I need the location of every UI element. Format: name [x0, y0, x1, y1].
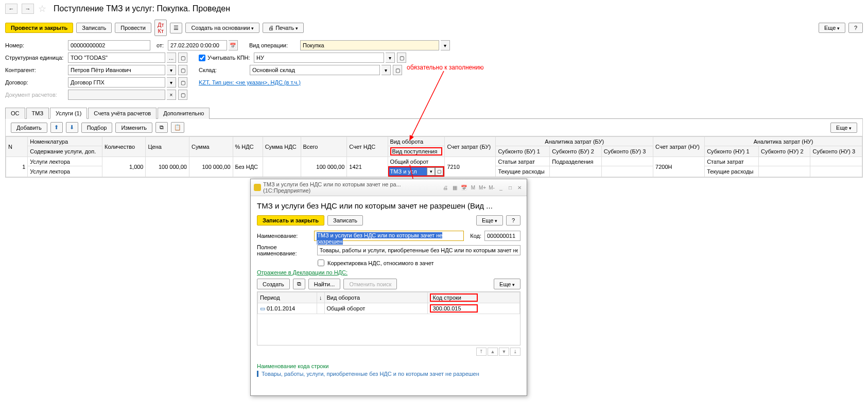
copy-button[interactable]: ⧉	[155, 122, 168, 133]
print-button[interactable]: 🖨 Печать	[263, 23, 304, 33]
date-input[interactable]	[168, 40, 227, 50]
col-cost-nu[interactable]: Счет затрат (НУ)	[653, 137, 705, 157]
popup-copy-button[interactable]: ⧉	[293, 279, 305, 289]
col-sum[interactable]: Сумма	[189, 137, 233, 157]
tab-more-button[interactable]: Еще	[830, 123, 857, 133]
cell-incoming-type[interactable]: ТМЗ и усл ▾ ▢	[388, 166, 445, 177]
maximize-icon[interactable]: □	[506, 184, 514, 191]
back-button[interactable]: ←	[5, 4, 18, 14]
move-up-button[interactable]: ⬆	[50, 122, 63, 133]
popup-col-code[interactable]: Код строки	[427, 292, 520, 303]
kpn-input[interactable]	[254, 53, 384, 63]
popup-save-close-button[interactable]: Записать и закрыть	[257, 215, 324, 226]
edit-button[interactable]: Изменить	[115, 123, 152, 133]
warehouse-input[interactable]	[250, 65, 380, 75]
nav-up-icon[interactable]: ▲	[488, 348, 498, 356]
open-icon[interactable]: ▢	[178, 90, 187, 100]
popup-find-button[interactable]: Найти...	[308, 279, 341, 289]
popup-col-turn[interactable]: Вид оборота	[324, 292, 427, 303]
dtkt-button[interactable]: ДтКт	[154, 20, 167, 36]
post-button[interactable]: Провести	[115, 23, 151, 33]
paste-button[interactable]: 📋	[171, 122, 184, 133]
nav-first-icon[interactable]: ⤒	[476, 348, 487, 356]
save-button[interactable]: Записать	[76, 23, 112, 33]
help-button[interactable]: ?	[848, 23, 863, 33]
close-icon[interactable]: ✕	[515, 184, 524, 191]
create-based-button[interactable]: Создать на основании	[185, 23, 259, 33]
m-icon[interactable]: M	[469, 184, 477, 191]
dropdown-icon[interactable]: ▾	[386, 53, 395, 63]
popup-name-input[interactable]: ТМЗ и услуги без НДС или по которым заче…	[314, 231, 464, 241]
col-nom2[interactable]: Содержание услуги, доп.	[28, 146, 102, 157]
dropdown-icon[interactable]: ▾	[441, 40, 450, 50]
post-and-close-button[interactable]: Провести и закрыть	[5, 23, 73, 33]
nav-last-icon[interactable]: ⤓	[510, 348, 520, 356]
number-input[interactable]	[68, 40, 150, 50]
col-price[interactable]: Цена	[146, 137, 189, 157]
popup-code-input[interactable]	[484, 231, 520, 241]
add-button[interactable]: Добавить	[11, 123, 47, 133]
popup-full-input[interactable]	[317, 245, 520, 255]
popup-col-sort[interactable]: ↓	[317, 292, 325, 303]
open-icon[interactable]: ▢	[393, 65, 402, 75]
popup-cancel-find-button[interactable]: Отменить поиск	[343, 279, 397, 289]
popup-save-button[interactable]: Записать	[327, 215, 363, 226]
ellipsis-icon[interactable]: …	[167, 53, 176, 63]
popup-table-row[interactable]: ▭ 01.01.2014 Общий оборот 300.00.015	[258, 303, 520, 314]
kpn-checkbox[interactable]	[199, 55, 205, 61]
popup-help-button[interactable]: ?	[506, 215, 520, 226]
col-turn[interactable]: Вид оборота	[388, 137, 445, 146]
col-qty[interactable]: Количество	[102, 137, 146, 157]
calc-icon[interactable]: ▦	[450, 184, 459, 191]
open-icon[interactable]: ▢	[178, 53, 187, 63]
clear-icon[interactable]: ×	[167, 90, 176, 100]
col-anal-nu[interactable]: Аналитика затрат (НУ)	[705, 137, 862, 146]
popup-correction-checkbox[interactable]	[318, 260, 324, 266]
col-cost-acc[interactable]: Счет затрат (БУ)	[445, 137, 496, 157]
col-subn2[interactable]: Субконто (НУ) 2	[759, 146, 810, 157]
open-icon[interactable]: ▢	[435, 167, 443, 176]
popup-titlebar[interactable]: ТМЗ и услуги без НДС или по которым заче…	[251, 179, 527, 196]
popup-col-period[interactable]: Период	[258, 292, 317, 303]
col-anal-bu[interactable]: Аналитика затрат (БУ)	[496, 137, 653, 146]
open-icon[interactable]: ▢	[178, 65, 187, 75]
kzt-price-link[interactable]: KZT, Тип цен: <не указан>, НДС (в т.ч.)	[199, 79, 301, 85]
mminus-icon[interactable]: M-	[488, 184, 496, 191]
nav-down-icon[interactable]: ▼	[499, 348, 509, 356]
col-subn1[interactable]: Субконто (НУ) 1	[705, 146, 759, 157]
open-icon[interactable]: ▢	[397, 53, 406, 63]
col-subn3[interactable]: Субконто (НУ) 3	[810, 146, 862, 157]
dropdown-icon[interactable]: ▾	[427, 167, 435, 176]
dropdown-icon[interactable]: ▾	[167, 77, 176, 88]
pick-button[interactable]: Подбор	[81, 123, 113, 133]
col-vat-pct[interactable]: % НДС	[233, 137, 263, 157]
more-button[interactable]: Еще	[819, 23, 845, 33]
col-sub2[interactable]: Субконто (БУ) 2	[550, 146, 601, 157]
op-type-input[interactable]	[300, 40, 439, 50]
counterparty-input[interactable]	[68, 65, 165, 75]
col-sub1[interactable]: Субконто (БУ) 1	[496, 146, 550, 157]
move-down-button[interactable]: ⬇	[66, 122, 78, 133]
mplus-icon[interactable]: M+	[478, 184, 487, 191]
popup-table-more-button[interactable]: Еще	[494, 279, 520, 289]
col-nom[interactable]: Номенклатура	[28, 137, 102, 146]
popup-create-button[interactable]: Создать	[257, 279, 290, 289]
cell-edit-value[interactable]: ТМЗ и усл	[389, 167, 427, 176]
dropdown-icon[interactable]: ▾	[167, 65, 176, 75]
col-turn2[interactable]: Вид поступления	[388, 146, 445, 157]
tab-accounts[interactable]: Счета учёта расчетов	[88, 108, 157, 119]
tab-extra[interactable]: Дополнительно	[158, 108, 210, 119]
star-icon[interactable]: ☆	[38, 3, 46, 14]
col-total[interactable]: Всего	[301, 137, 347, 157]
contract-input[interactable]	[68, 77, 165, 88]
tab-os[interactable]: ОС	[5, 108, 25, 119]
print-icon[interactable]: 🖨	[441, 184, 449, 191]
open-icon[interactable]: ▢	[178, 77, 187, 88]
dropdown-icon[interactable]: ▾	[381, 65, 391, 75]
calendar-icon[interactable]: 📅	[229, 40, 238, 50]
forward-button[interactable]: →	[22, 4, 34, 14]
structure-button[interactable]: ☰	[170, 23, 182, 33]
col-n[interactable]: N	[6, 137, 28, 157]
unit-input[interactable]	[68, 53, 165, 63]
calendar-icon[interactable]: 📅	[460, 184, 468, 191]
